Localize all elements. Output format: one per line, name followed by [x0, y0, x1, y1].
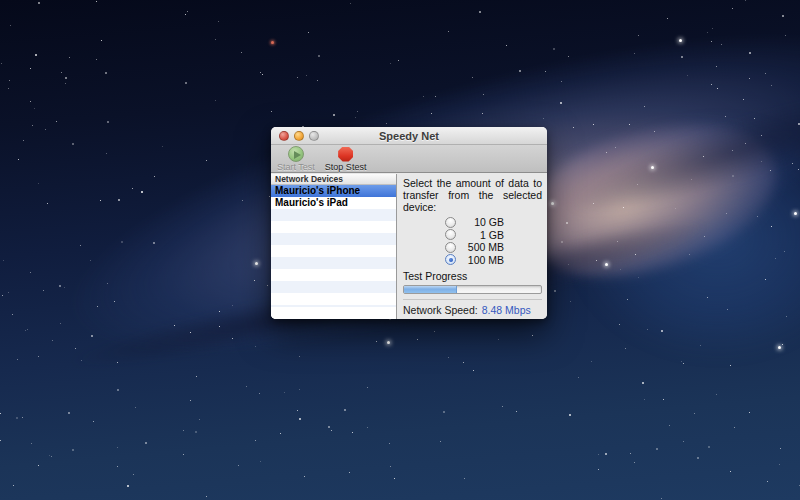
option-100mb[interactable]: 100 MB: [398, 254, 547, 267]
latency-group: Latency: 47.63 ms: [403, 317, 487, 319]
radio-1gb[interactable]: [445, 229, 456, 240]
start-test-button[interactable]: Start Test: [277, 146, 315, 172]
radio-10gb[interactable]: [445, 217, 456, 228]
window-title: Speedy Net: [271, 130, 547, 142]
device-list-item[interactable]: Mauricio's iPhone: [271, 185, 396, 197]
progress-bar: [403, 285, 542, 294]
test-progress-label: Test Progress: [403, 270, 547, 282]
toolbar: Start Test Stop Stest: [271, 145, 547, 173]
device-list-item[interactable]: Mauricio's iPad: [271, 197, 396, 209]
option-500mb[interactable]: 500 MB: [398, 241, 547, 254]
network-devices-list: Network Devices Mauricio's iPhoneMaurici…: [271, 174, 397, 319]
window-content: Network Devices Mauricio's iPhoneMaurici…: [271, 174, 547, 319]
option-100mb-label: 100 MB: [458, 254, 504, 266]
stop-test-button[interactable]: Stop Stest: [325, 146, 367, 172]
titlebar[interactable]: Speedy Net: [271, 127, 547, 145]
radio-500mb[interactable]: [445, 242, 456, 253]
stats-area: Network Speed: 8.48 Mbps Latency: 47.63 …: [403, 299, 542, 319]
option-1gb[interactable]: 1 GB: [398, 229, 547, 242]
latency-label: Latency:: [403, 317, 443, 319]
progress-bar-fill: [404, 286, 457, 293]
time-label: Time:: [487, 317, 513, 319]
speedy-net-window: Speedy Net Start Test Stop Stest Network…: [271, 127, 547, 319]
device-rows: Mauricio's iPhoneMauricio's iPad: [271, 185, 396, 319]
option-1gb-label: 1 GB: [458, 229, 504, 241]
option-500mb-label: 500 MB: [458, 241, 504, 253]
radio-100mb[interactable]: [445, 254, 456, 265]
time-group: Time: 00:37: [487, 317, 542, 319]
play-icon: [288, 146, 304, 162]
latency-time-row: Latency: 47.63 ms Time: 00:37: [403, 317, 542, 319]
device-list-header: Network Devices: [271, 174, 396, 185]
data-amount-options: 10 GB 1 GB 500 MB 100 MB: [398, 216, 547, 266]
stop-test-label: Stop Stest: [325, 162, 367, 172]
start-test-label: Start Test: [277, 162, 315, 172]
stop-icon: [338, 147, 353, 162]
network-speed-value: 8.48 Mbps: [482, 304, 531, 317]
network-speed-row: Network Speed: 8.48 Mbps: [403, 304, 542, 317]
option-10gb-label: 10 GB: [458, 216, 504, 228]
option-10gb[interactable]: 10 GB: [398, 216, 547, 229]
settings-panel: Select the amount of data to transfer fr…: [398, 174, 547, 319]
instruction-text: Select the amount of data to transfer fr…: [403, 177, 542, 213]
network-speed-label: Network Speed:: [403, 304, 478, 317]
